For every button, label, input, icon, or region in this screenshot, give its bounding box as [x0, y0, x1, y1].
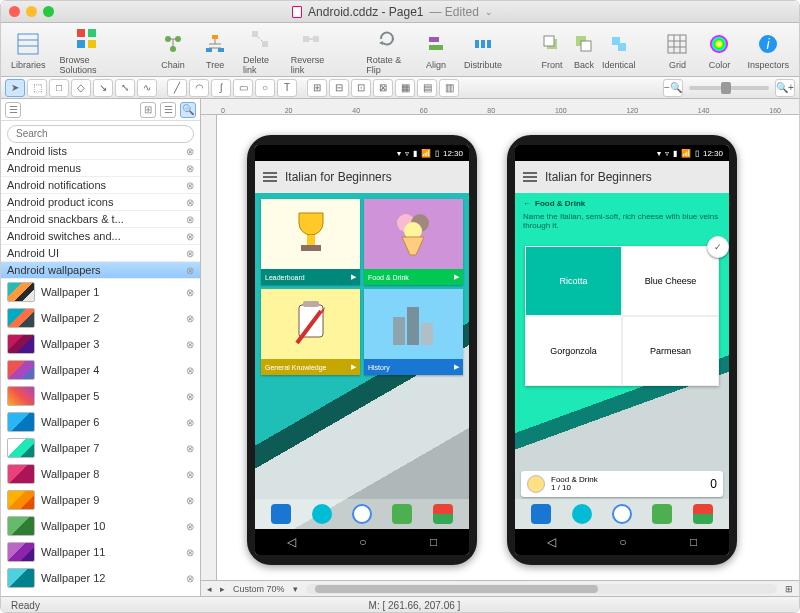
pointer-tool[interactable]: ➤ — [5, 79, 25, 97]
phone-mockup-1[interactable]: ▾▿▮📶▯12:30 Italian for Beginners Leaderb… — [247, 135, 477, 565]
identical-button[interactable]: Identical — [602, 30, 636, 70]
page-nav-prev[interactable]: ◂ — [207, 584, 212, 594]
library-item[interactable]: Wallpaper 6⊗ — [1, 409, 200, 435]
reverse-link-button[interactable]: Reverse link — [291, 25, 331, 75]
search-input[interactable] — [7, 125, 194, 143]
tree-button[interactable]: Tree — [201, 30, 229, 70]
remove-icon[interactable]: ⊗ — [186, 495, 194, 506]
library-item[interactable]: Wallpaper 5⊗ — [1, 383, 200, 409]
title-dropdown-icon[interactable]: ⌄ — [485, 7, 493, 17]
category-item[interactable]: Android UI⊗ — [1, 245, 200, 262]
snap-tool-3[interactable]: ⊡ — [351, 79, 371, 97]
align-button[interactable]: Align — [422, 30, 450, 70]
remove-icon[interactable]: ⊗ — [186, 417, 194, 428]
sidebar-view-toggle-1[interactable]: ☰ — [5, 102, 21, 118]
remove-icon[interactable]: ⊗ — [186, 391, 194, 402]
close-icon[interactable]: ⊗ — [186, 163, 194, 174]
snap-tool-5[interactable]: ▦ — [395, 79, 415, 97]
remove-icon[interactable]: ⊗ — [186, 443, 194, 454]
grid-button[interactable]: Grid — [663, 30, 691, 70]
library-item[interactable]: Wallpaper 12⊗ — [1, 565, 200, 591]
spline-tool[interactable]: ∫ — [211, 79, 231, 97]
connector-tool-1[interactable]: ↘ — [93, 79, 113, 97]
library-item[interactable]: Wallpaper 8⊗ — [1, 461, 200, 487]
snap-tool-1[interactable]: ⊞ — [307, 79, 327, 97]
library-item[interactable]: Wallpaper 7⊗ — [1, 435, 200, 461]
app-bar: Italian for Beginners — [515, 161, 729, 193]
browse-solutions-button[interactable]: Browse Solutions — [60, 25, 116, 75]
remove-icon[interactable]: ⊗ — [186, 287, 194, 298]
libraries-button[interactable]: Libraries — [11, 30, 46, 70]
dock-icon — [392, 504, 412, 524]
sidebar-list-view-icon[interactable]: ☰ — [160, 102, 176, 118]
rotate-flip-button[interactable]: Rotate & Flip — [366, 25, 408, 75]
snap-tool-2[interactable]: ⊟ — [329, 79, 349, 97]
distribute-button[interactable]: Distribute — [464, 30, 502, 70]
inspectors-button[interactable]: iInspectors — [747, 30, 789, 70]
category-item[interactable]: Android snackbars & t...⊗ — [1, 211, 200, 228]
remove-icon[interactable]: ⊗ — [186, 573, 194, 584]
snap-tool-7[interactable]: ▥ — [439, 79, 459, 97]
back-arrow-icon: ← — [523, 199, 531, 208]
lasso-tool[interactable]: ⬚ — [27, 79, 47, 97]
page-nav-next[interactable]: ▸ — [220, 584, 225, 594]
remove-icon[interactable]: ⊗ — [186, 547, 194, 558]
close-icon[interactable]: ⊗ — [186, 231, 194, 242]
zoom-window-button[interactable] — [43, 6, 54, 17]
canvas-corner-icon[interactable]: ⊞ — [785, 584, 793, 594]
zoom-slider[interactable] — [689, 86, 769, 90]
dock-icon — [693, 504, 713, 524]
color-button[interactable]: Color — [705, 30, 733, 70]
zoom-out-button[interactable]: −🔍 — [663, 79, 683, 97]
remove-icon[interactable]: ⊗ — [186, 313, 194, 324]
zoom-label[interactable]: Custom 70% — [233, 584, 285, 594]
snap-tool-4[interactable]: ⊠ — [373, 79, 393, 97]
close-icon[interactable]: ⊗ — [186, 180, 194, 191]
horizontal-scrollbar[interactable] — [306, 584, 777, 594]
category-item[interactable]: Android switches and...⊗ — [1, 228, 200, 245]
close-window-button[interactable] — [9, 6, 20, 17]
library-item[interactable]: Wallpaper 1⊗ — [1, 279, 200, 305]
category-item[interactable]: Android lists⊗ — [1, 143, 200, 160]
front-button[interactable]: Front — [538, 30, 566, 70]
library-item[interactable]: Wallpaper 9⊗ — [1, 487, 200, 513]
close-icon[interactable]: ⊗ — [186, 197, 194, 208]
library-item[interactable]: Wallpaper 4⊗ — [1, 357, 200, 383]
svg-rect-22 — [313, 36, 319, 42]
phone-mockup-2[interactable]: ▾▿▮📶▯12:30 Italian for Beginners ←Food &… — [507, 135, 737, 565]
back-button[interactable]: Back — [570, 30, 598, 70]
remove-icon[interactable]: ⊗ — [186, 365, 194, 376]
remove-icon[interactable]: ⊗ — [186, 521, 194, 532]
category-item[interactable]: Android menus⊗ — [1, 160, 200, 177]
library-item[interactable]: Wallpaper 10⊗ — [1, 513, 200, 539]
close-icon[interactable]: ⊗ — [186, 214, 194, 225]
line-tool[interactable]: ╱ — [167, 79, 187, 97]
remove-icon[interactable]: ⊗ — [186, 469, 194, 480]
connector-tool-2[interactable]: ⤡ — [115, 79, 135, 97]
category-item[interactable]: Android product icons⊗ — [1, 194, 200, 211]
close-icon[interactable]: ⊗ — [186, 248, 194, 259]
library-item[interactable]: Wallpaper 2⊗ — [1, 305, 200, 331]
delete-link-button[interactable]: Delete link — [243, 25, 277, 75]
arc-tool[interactable]: ◠ — [189, 79, 209, 97]
zoom-in-button[interactable]: 🔍+ — [775, 79, 795, 97]
drawing-canvas[interactable]: ▾▿▮📶▯12:30 Italian for Beginners Leaderb… — [217, 115, 799, 580]
snap-tool-6[interactable]: ▤ — [417, 79, 437, 97]
library-item[interactable]: Wallpaper 11⊗ — [1, 539, 200, 565]
close-icon[interactable]: ⊗ — [186, 146, 194, 157]
sidebar-grid-view-icon[interactable]: ⊞ — [140, 102, 156, 118]
shape-tool-2[interactable]: ◇ — [71, 79, 91, 97]
remove-icon[interactable]: ⊗ — [186, 339, 194, 350]
connector-tool-3[interactable]: ∿ — [137, 79, 157, 97]
category-item-selected[interactable]: Android wallpapers⊗ — [1, 262, 200, 279]
ellipse-tool[interactable]: ○ — [255, 79, 275, 97]
minimize-window-button[interactable] — [26, 6, 37, 17]
text-tool[interactable]: T — [277, 79, 297, 97]
shape-tool-1[interactable]: □ — [49, 79, 69, 97]
library-item[interactable]: Wallpaper 3⊗ — [1, 331, 200, 357]
sidebar-search-icon[interactable]: 🔍 — [180, 102, 196, 118]
chain-button[interactable]: Chain — [159, 30, 187, 70]
close-icon[interactable]: ⊗ — [186, 265, 194, 276]
rect-tool[interactable]: ▭ — [233, 79, 253, 97]
category-item[interactable]: Android notifications⊗ — [1, 177, 200, 194]
